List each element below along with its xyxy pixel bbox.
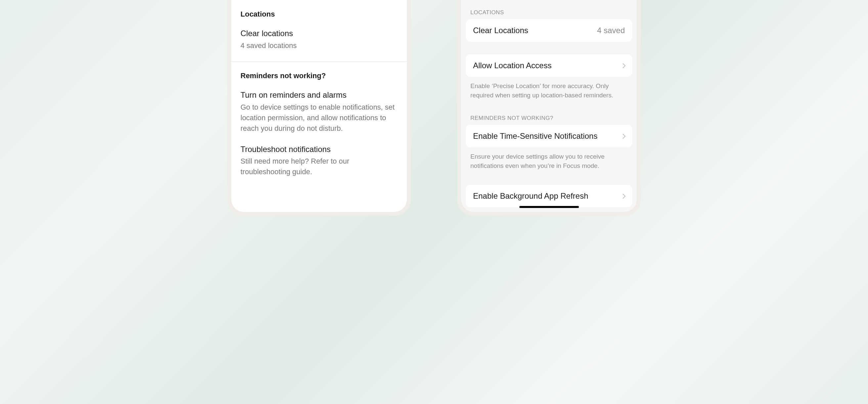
chevron-right-icon — [621, 63, 626, 68]
item-troubleshoot-notifications[interactable]: Troubleshoot notifications Still need mo… — [241, 144, 398, 177]
item-subtitle: Go to device settings to enable notifica… — [241, 102, 398, 134]
row-footer-location-access: Enable ‘Precise Location’ for more accur… — [461, 77, 637, 102]
item-turn-on-reminders[interactable]: Turn on reminders and alarms Go to devic… — [241, 89, 398, 134]
item-clear-locations[interactable]: Clear locations 4 saved locations — [241, 28, 398, 51]
phone-left-screen: Locations Clear locations 4 saved locati… — [231, 0, 407, 212]
row-chevron-container — [619, 135, 625, 138]
row-enable-time-sensitive[interactable]: Enable Time-Sensitive Notifications — [466, 125, 632, 147]
section-locations: Locations Clear locations 4 saved locati… — [231, 0, 407, 62]
item-subtitle: Still need more help? Refer to our troub… — [241, 156, 398, 177]
phone-left: Locations Clear locations 4 saved locati… — [227, 0, 411, 216]
section-header-locations: Locations — [241, 10, 398, 19]
row-footer-background-refresh: Turn on in Settings for more reliable re… — [461, 207, 637, 212]
row-clear-locations[interactable]: Clear Locations 4 saved — [466, 19, 632, 42]
item-title: Troubleshoot notifications — [241, 144, 398, 155]
row-value-container: 4 saved — [597, 26, 625, 35]
row-footer-time-sensitive: Ensure your device settings allow you to… — [461, 147, 637, 172]
section-header-reminders: Reminders not working? — [241, 71, 398, 80]
row-title: Allow Location Access — [473, 61, 552, 70]
spacer — [461, 172, 637, 185]
row-value: 4 saved — [597, 26, 625, 35]
phone-right: LOCATIONS Clear Locations 4 saved Allow … — [457, 0, 641, 216]
row-title: Enable Background App Refresh — [473, 192, 588, 201]
row-chevron-container — [619, 64, 625, 67]
row-title: Clear Locations — [473, 26, 528, 35]
phone-right-screen: LOCATIONS Clear Locations 4 saved Allow … — [461, 0, 637, 212]
row-allow-location-access[interactable]: Allow Location Access — [466, 54, 632, 77]
item-title: Clear locations — [241, 28, 398, 39]
home-indicator[interactable] — [519, 206, 579, 208]
row-chevron-container — [619, 194, 625, 198]
item-title: Turn on reminders and alarms — [241, 89, 398, 101]
row-title: Enable Time-Sensitive Notifications — [473, 132, 597, 141]
row-enable-background-refresh[interactable]: Enable Background App Refresh — [466, 185, 632, 207]
item-subtitle: 4 saved locations — [241, 40, 398, 51]
spacer — [461, 42, 637, 54]
chevron-right-icon — [621, 134, 626, 139]
group-header-reminders-not-working: REMINDERS NOT WORKING? — [461, 102, 637, 125]
chevron-right-icon — [621, 193, 626, 199]
group-header-locations: LOCATIONS — [461, 0, 637, 19]
section-reminders-not-working: Reminders not working? Turn on reminders… — [231, 62, 407, 188]
